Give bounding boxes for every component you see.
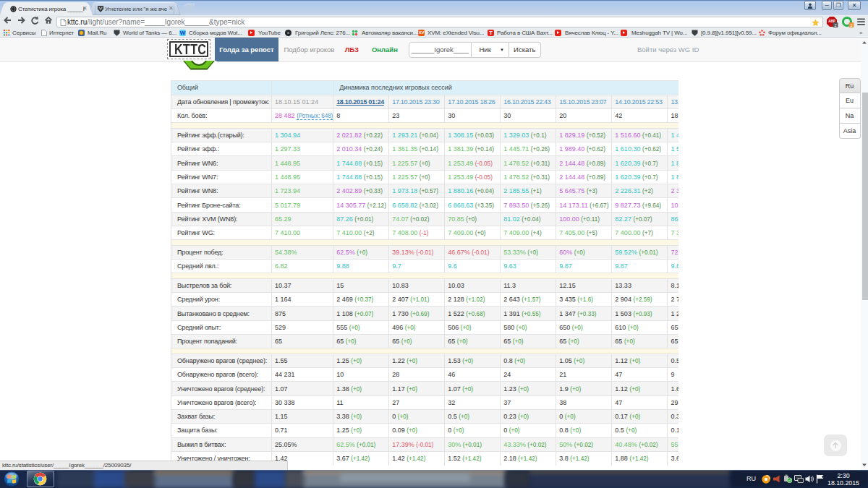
svg-text:2: 2 <box>834 23 836 27</box>
svg-text:2: 2 <box>850 23 852 27</box>
